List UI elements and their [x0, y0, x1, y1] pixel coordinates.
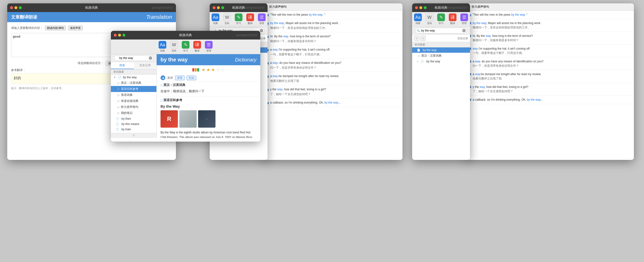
scroll-indicator: ⠿ [111, 133, 156, 138]
clear-button-far[interactable]: ✕ [462, 29, 466, 32]
minimize-button-far[interactable] [419, 6, 422, 9]
manage-icon-3: ☰ [258, 13, 266, 21]
list-item-by-then[interactable]: 📄 by then [111, 116, 156, 121]
phonetic-tag1[interactable]: 看看 [175, 76, 184, 80]
trans-icon-far: 译 [449, 13, 456, 21]
trans-header: 文章翻译朗读 Translation [7, 12, 176, 22]
clear-input-button[interactable]: ✕ [149, 56, 152, 60]
list-item-en-ci[interactable]: ▷ 英语词典 [111, 92, 156, 98]
toolbar-dict-btn-3[interactable]: Aa 词典 [212, 13, 219, 25]
close-button[interactable] [10, 6, 13, 9]
tab-search[interactable]: 搜索 [111, 62, 134, 69]
maximize-button-2[interactable] [122, 34, 125, 37]
toolbar-dict-btn-far[interactable]: Aa 词典 [414, 13, 422, 25]
result-list-far[interactable]: 📄 by the way ▷ 英汉－汉英词典 ▷ 📄 by the way [412, 47, 470, 151]
toolbar-wiki-btn-3[interactable]: W 百科 [223, 13, 231, 25]
search-tabs: 搜索 历史记录 [111, 62, 156, 69]
toolbar-2: Aa 词典 W 百科 ✎ 学习 译 翻译 ☰ 管理 [111, 39, 260, 54]
sentence-far-8: ◀ a callback, so I'm drinking everything… [465, 96, 634, 104]
result-list[interactable]: ▼ 📄 by the way ▷ 英汉－汉英词典 ▷ 英语百科参考 ▷ 英语词典 [111, 75, 156, 133]
list-item-audio[interactable]: ▷ 听力原声例句 [111, 104, 156, 110]
read-button[interactable]: 朗读内容(⌘R) [45, 25, 66, 30]
star-3[interactable]: ★ [211, 67, 215, 72]
close-button-3[interactable] [212, 6, 216, 9]
list-item-far-2[interactable]: ▷ 英汉－汉英词典 [412, 53, 470, 59]
toolbar-manage-btn[interactable]: ☰ 管理 [205, 41, 212, 52]
star-5[interactable]: ☆ [221, 67, 225, 72]
eudict-small-body: 🔍 ✕ 搜索 历史记录 单词搜索 ▼ 📄 by the way [111, 54, 260, 138]
toolbar-wiki-btn-far[interactable]: W 百科 [426, 13, 433, 25]
toolbar-far: Aa 词典 W 百科 ✎ 学习 译 翻译 ☰ 管理 [412, 12, 470, 27]
sentence-zh-2: 顺便问一下，亚亚会协助我处理策划的工作。 [270, 26, 339, 30]
list-icon-4: ▷ [118, 99, 120, 103]
wiki-icon-far: W [426, 13, 433, 21]
sentence-far-1: ◀ "'Nor will the men in the pews by the … [465, 10, 634, 19]
sentence-far-3: ◀ ht. By the way. how long is the term o… [465, 32, 634, 44]
manage-label: 管理 [206, 49, 211, 52]
sentence-en-6: a way,he dumped me tonight after he read… [270, 74, 339, 78]
trans-section-en: Translation [146, 14, 172, 20]
single-search-label: 单词搜索 [111, 69, 156, 75]
star-1[interactable]: ★ [202, 67, 205, 72]
list-item-by-this-means[interactable]: 📄 by this means [111, 121, 156, 127]
minimize-button-2[interactable] [118, 34, 121, 37]
star-rating-row: ★ ★ ★ ☆ ☆ [157, 65, 260, 74]
section-icon-2: □ [160, 98, 162, 102]
search-input[interactable] [114, 55, 154, 61]
encyc-img-3: ♪ [198, 110, 216, 128]
username-3: yexingchen2010 [244, 6, 265, 9]
star-2[interactable]: ★ [206, 67, 210, 72]
toolbar-manage-btn-far[interactable]: ☰ 管理 [460, 13, 468, 25]
translate-titlebar: 欧路词典 yexingchen2010 [7, 3, 176, 12]
trans-section-cn: 文章翻译朗读 [11, 14, 37, 20]
dict-content-panel: by the way Dictionary ★ ★ ★ ☆ ☆ ◀ 发音 [157, 54, 260, 138]
search-icon-far: 🔍 [417, 29, 420, 32]
toolbar-study-btn-3[interactable]: ✎ 学习 [235, 13, 242, 25]
list-item-en-zh[interactable]: ▷ 英汉－汉英词典 [111, 80, 156, 86]
minimize-button[interactable] [14, 6, 17, 9]
close-button-far[interactable] [415, 6, 418, 9]
minimize-button-3[interactable] [217, 6, 220, 9]
traffic-lights [10, 6, 22, 9]
back-button-far[interactable]: ‹ [414, 36, 419, 41]
maximize-button-far[interactable] [424, 6, 426, 9]
wiki-label: 百科 [172, 49, 176, 52]
list-icon-3: ▷ [118, 93, 120, 97]
sentence-item-5: ◀ a way, do you have any means of identi… [263, 59, 402, 72]
list-item-youdao[interactable]: ▷ 有道在线词典 [111, 98, 156, 104]
toolbar-trans-btn[interactable]: 译 翻译 [193, 41, 201, 52]
sentences-header: □ 听力原声例句 [263, 3, 402, 10]
save-button[interactable]: 保存声音 [68, 25, 83, 30]
sentence-en-8: a callback, so I'm drinking everything. … [270, 100, 340, 105]
username-far: yexingchen2010 [446, 6, 467, 9]
list-item-en-bk[interactable]: ▷ 英语百科参考 [111, 86, 156, 92]
toolbar-study-btn[interactable]: ✎ 学习 [182, 41, 190, 52]
encyc-img-1: R [160, 110, 178, 128]
sentences-far-window: □ 听力原声例句 ◀ "'Nor will the men in the pew… [465, 3, 634, 160]
toolbar-wiki-btn[interactable]: W 百科 [170, 41, 178, 52]
forward-button-far[interactable]: › [420, 36, 426, 41]
history-btn-far[interactable]: 历史记录 [458, 37, 468, 40]
dict-icon-3: Aa [212, 13, 219, 21]
list-item-far-1[interactable]: 📄 by the way [412, 47, 470, 53]
bar-orange [195, 68, 197, 71]
list-item-notes[interactable]: ▷ 我的笔记 [111, 110, 156, 116]
toolbar-study-btn-far[interactable]: ✎ 学习 [437, 13, 445, 25]
list-item-by-the-way[interactable]: ▼ 📄 by the way [111, 75, 156, 80]
toolbar-trans-btn-3[interactable]: 译 翻译 [246, 13, 254, 25]
list-item-far-3[interactable]: ▷ 📄 by the way [412, 59, 470, 64]
toolbar-manage-btn-3[interactable]: ☰ 管理 [258, 13, 266, 25]
play-button[interactable]: ◀ [160, 75, 165, 80]
phonetic-tag2[interactable]: 托福 [186, 76, 196, 80]
clear-button-3[interactable]: ✕ [260, 29, 263, 32]
star-4[interactable]: ☆ [216, 67, 220, 72]
close-button-2[interactable] [114, 34, 117, 37]
search-input-far[interactable] [415, 28, 467, 33]
list-item-by-train[interactable]: 📄 by train [111, 127, 156, 132]
maximize-button-3[interactable] [221, 6, 224, 9]
toolbar-trans-btn-far[interactable]: 译 翻译 [449, 13, 456, 25]
tab-history[interactable]: 历史记录 [134, 62, 157, 69]
toolbar-dict-btn[interactable]: Aa 词典 [158, 41, 166, 52]
maximize-button[interactable] [19, 6, 22, 9]
eudict-main-titlebar: 欧路词典 yexingchen2010 [210, 3, 268, 12]
